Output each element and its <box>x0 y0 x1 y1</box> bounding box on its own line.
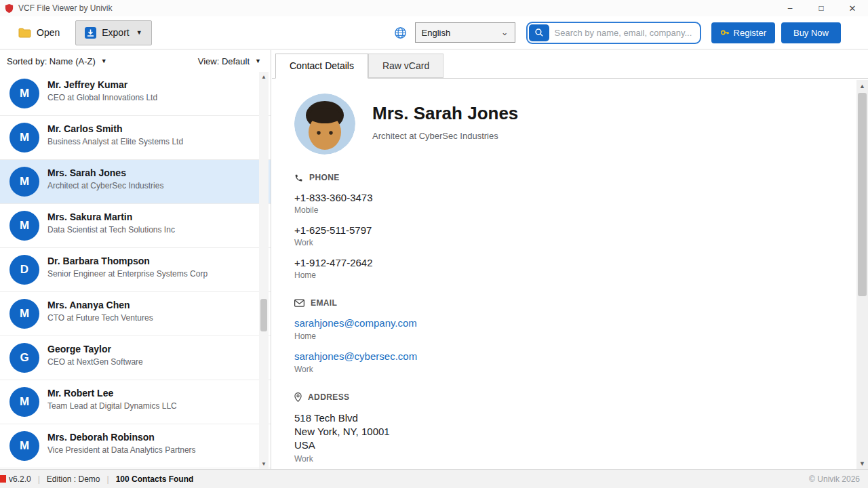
sort-control[interactable]: Sorted by: Name (A-Z) ▼ <box>7 56 107 66</box>
address-line: New York, NY, 10001 <box>294 425 829 439</box>
key-icon <box>720 28 730 37</box>
contact-subtitle: CEO at NextGen Software <box>47 357 257 367</box>
detail-content: Mrs. Sarah Jones Architect at CyberSec I… <box>272 79 856 469</box>
view-control[interactable]: View: Default ▼ <box>198 56 261 66</box>
contact-name: George Taylor <box>47 344 257 354</box>
contact-name: Mr. Jeffrey Kumar <box>47 79 257 90</box>
scroll-down-icon[interactable]: ▼ <box>259 459 269 469</box>
email-item: sarahjones@cybersec.com Work <box>294 350 829 374</box>
search-box <box>526 22 701 44</box>
email-section-heading: EMAIL <box>294 298 829 308</box>
contact-row[interactable]: M Mrs. Deborah Robinson Vice President a… <box>0 424 271 468</box>
contact-name: Dr. Barbara Thompson <box>47 256 257 266</box>
scroll-up-icon[interactable]: ▲ <box>856 80 868 92</box>
contact-row[interactable]: M Mr. Robert Lee Team Lead at Digital Dy… <box>0 380 271 424</box>
contact-name: Mrs. Sakura Martin <box>47 211 257 222</box>
phone-icon <box>294 174 303 182</box>
buy-now-label: Buy Now <box>793 28 829 38</box>
scroll-down-icon[interactable]: ▼ <box>856 458 868 469</box>
contact-name: Mrs. Deborah Robinson <box>47 432 257 443</box>
version-text: v6.2.0 <box>9 474 31 484</box>
scrollbar-thumb[interactable] <box>260 299 267 331</box>
contact-row[interactable]: M Mr. Jeffrey Kumar CEO at Global Innova… <box>0 72 271 116</box>
avatar: M <box>9 79 39 108</box>
email-icon <box>294 299 304 307</box>
close-button[interactable]: ✕ <box>837 0 868 16</box>
minimize-button[interactable]: – <box>774 0 806 16</box>
tab-raw-vcard[interactable]: Raw vCard <box>368 54 443 78</box>
avatar: D <box>9 255 39 285</box>
profile-header: Mrs. Sarah Jones Architect at CyberSec I… <box>294 94 829 155</box>
detail-title: Architect at CyberSec Industries <box>372 131 518 141</box>
address-line: USA <box>294 439 829 452</box>
register-button[interactable]: Register <box>711 22 775 43</box>
contact-list-panel: Sorted by: Name (A-Z) ▼ View: Default ▼ … <box>0 50 271 469</box>
language-value: English <box>422 28 451 38</box>
language-select[interactable]: English ⌄ <box>415 22 515 43</box>
contact-row[interactable]: M Mrs. Ananya Chen CTO at Future Tech Ve… <box>0 292 271 336</box>
contact-subtitle: Senior Engineer at Enterprise Systems Co… <box>47 269 257 279</box>
search-button[interactable] <box>529 24 549 41</box>
maximize-button[interactable]: □ <box>806 0 837 16</box>
avatar: M <box>9 299 39 329</box>
sort-label: Sorted by: Name (A-Z) <box>7 56 96 66</box>
export-button[interactable]: Export ▼ <box>75 20 151 45</box>
contact-row[interactable]: G George Taylor CEO at NextGen Software <box>0 336 271 380</box>
open-label: Open <box>37 27 60 38</box>
email-link[interactable]: sarahjones@company.com <box>294 317 417 329</box>
list-scrollbar[interactable]: ▲ ▼ <box>259 72 269 469</box>
address-label: Work <box>294 454 829 464</box>
avatar: G <box>9 343 39 373</box>
phone-item: +1-833-360-3473 Mobile <box>294 192 829 215</box>
buy-now-button[interactable]: Buy Now <box>781 22 841 43</box>
contact-list: M Mr. Jeffrey Kumar CEO at Global Innova… <box>0 72 271 469</box>
language-group: English ⌄ <box>394 22 515 43</box>
contact-subtitle: Team Lead at Digital Dynamics LLC <box>47 401 257 411</box>
tab-bar: Contact Details Raw vCard <box>272 50 868 79</box>
open-button[interactable]: Open <box>9 21 68 44</box>
phone-value: +1-912-477-2642 <box>294 257 829 268</box>
copyright-text: © Univik 2026 <box>809 474 860 484</box>
main-scrollbar[interactable]: ▲ ▼ <box>856 80 868 469</box>
profile-text: Mrs. Sarah Jones Architect at CyberSec I… <box>372 94 518 155</box>
contact-name: Mr. Carlos Smith <box>47 123 257 134</box>
scroll-up-icon[interactable]: ▲ <box>259 72 269 82</box>
search-input[interactable] <box>549 28 698 38</box>
contact-row[interactable]: D Dr. Barbara Thompson Senior Engineer a… <box>0 248 271 292</box>
contact-photo <box>294 94 355 155</box>
tab-contact-details[interactable]: Contact Details <box>275 54 368 79</box>
contact-subtitle: Architect at CyberSec Industries <box>47 181 257 190</box>
address-section: ADDRESS 518 Tech Blvd New York, NY, 1000… <box>294 392 829 464</box>
scrollbar-thumb[interactable] <box>858 93 867 296</box>
contact-subtitle: Vice President at Data Analytics Partner… <box>47 445 257 455</box>
detail-panel: Contact Details Raw vCard <box>272 50 868 469</box>
separator: | <box>107 474 109 484</box>
address-item: 518 Tech Blvd New York, NY, 10001 USA Wo… <box>294 411 829 464</box>
contact-row[interactable]: M Mrs. Sakura Martin Data Scientist at T… <box>0 204 271 248</box>
phone-label: Work <box>294 238 829 247</box>
search-icon <box>534 28 544 37</box>
email-label: Home <box>294 331 829 341</box>
edition-text: Edition : Demo <box>47 474 100 484</box>
folder-icon <box>18 27 31 38</box>
section-heading: EMAIL <box>311 298 337 308</box>
export-label: Export <box>102 27 129 38</box>
phone-section: PHONE +1-833-360-3473 Mobile +1-625-511-… <box>294 173 829 280</box>
register-label: Register <box>734 28 766 38</box>
phone-value: +1-625-511-5797 <box>294 224 829 236</box>
globe-icon <box>394 26 407 39</box>
phone-value: +1-833-360-3473 <box>294 192 829 203</box>
window-title: VCF File Viewer by Univik <box>18 3 774 13</box>
contact-name: Mrs. Sarah Jones <box>47 167 257 178</box>
contact-row[interactable]: M Mr. Carlos Smith Business Analyst at E… <box>0 116 271 160</box>
email-item: sarahjones@company.com Home <box>294 317 829 341</box>
avatar: M <box>9 123 39 152</box>
address-line: 518 Tech Blvd <box>294 411 829 425</box>
contact-row-selected[interactable]: M Mrs. Sarah Jones Architect at CyberSec… <box>0 160 271 204</box>
avatar: M <box>9 387 39 417</box>
contact-name: Mr. Robert Lee <box>47 388 257 399</box>
section-heading: ADDRESS <box>308 392 349 402</box>
app-logo-shield-icon <box>4 3 14 14</box>
email-label: Work <box>294 365 829 374</box>
email-link[interactable]: sarahjones@cybersec.com <box>294 350 417 362</box>
